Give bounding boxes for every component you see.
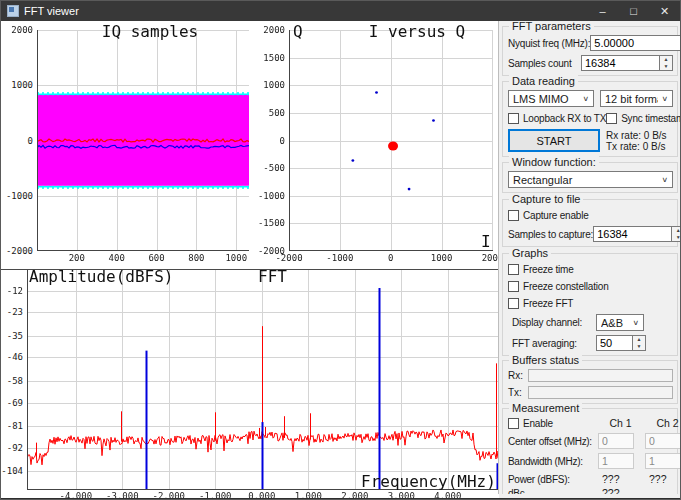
tick-label: -58: [1, 377, 23, 386]
samples-count-spinner[interactable]: ▲ ▼: [581, 55, 673, 71]
tick-label: -104: [1, 467, 23, 476]
bandwidth-ch1-input[interactable]: [598, 453, 634, 469]
tick-label: -81: [1, 422, 23, 431]
ch1-header: Ch 1: [598, 417, 643, 429]
group-capture-to-file: Capture to file Capture enable Samples t…: [502, 199, 678, 247]
spin-down-icon[interactable]: ▼: [633, 343, 645, 350]
samples-count-input[interactable]: [581, 55, 659, 71]
measurement-enable-checkbox-wrap[interactable]: Enable: [508, 418, 596, 429]
spin-up-icon[interactable]: ▲: [633, 336, 645, 343]
tick-label: 400: [97, 254, 137, 263]
maximize-button[interactable]: □: [618, 1, 649, 21]
tick-label: 0: [371, 254, 411, 263]
freeze-fft-checkbox[interactable]: [508, 298, 519, 309]
loopback-checkbox-wrap[interactable]: Loopback RX to TX: [508, 113, 606, 124]
spin-up-icon[interactable]: ▲: [660, 56, 672, 63]
fft-title: FFT: [258, 267, 287, 286]
group-data-reading: Data reading LMS MIMO ∨ 12 bit format ∨ …: [502, 81, 678, 157]
tick-label: 0: [3, 137, 33, 146]
chevron-down-icon: ∨: [661, 95, 668, 103]
loopback-label: Loopback RX to TX: [523, 113, 606, 124]
fft-averaging-label: FFT averaging:: [512, 338, 596, 349]
power-ch1-value: ???: [598, 473, 643, 485]
samples-to-capture-input[interactable]: [593, 226, 671, 242]
tick-label: -12: [1, 287, 23, 296]
close-button[interactable]: ✕: [649, 1, 680, 21]
spin-down-icon[interactable]: ▼: [660, 63, 672, 70]
i-versus-q-plot[interactable]: [289, 30, 493, 251]
fft-averaging-spinner[interactable]: ▲ ▼: [596, 335, 646, 351]
tick-label: 1000: [3, 81, 33, 90]
group-title-window-function: Window function:: [509, 156, 599, 168]
fft-plot[interactable]: [27, 269, 498, 490]
display-channel-value: A&B: [601, 317, 629, 329]
rx-buffer-label: Rx:: [508, 370, 528, 381]
freeze-fft-label: Freeze FFT: [523, 298, 573, 309]
group-title-measurement: Measurement: [509, 402, 582, 414]
chevron-down-icon: ∨: [632, 319, 639, 327]
rx-buffer-progressbar: [528, 369, 673, 382]
center-offset-ch1-input[interactable]: [598, 433, 634, 449]
loopback-checkbox[interactable]: [508, 113, 519, 124]
tick-label: -23: [1, 308, 23, 317]
tick-label: -2000: [269, 254, 309, 263]
app-icon: [7, 5, 19, 17]
group-measurement: Measurement Enable Ch 1 Ch 2 Center offs…: [502, 408, 678, 494]
device-combo-value: LMS MIMO: [513, 93, 579, 105]
tick-label: -1000: [253, 192, 285, 201]
display-channel-label: Display channel:: [512, 317, 596, 328]
samples-to-capture-label: Samples to capture:: [508, 229, 593, 240]
tick-label: -69: [1, 399, 23, 408]
display-channel-combo[interactable]: A&B ∨: [596, 314, 644, 331]
window-title: FFT viewer: [24, 5, 79, 17]
titlebar[interactable]: FFT viewer – □ ✕: [1, 1, 680, 21]
group-buffers-status: Buffers status Rx: Tx:: [502, 360, 678, 404]
i-versus-q-ylabel: Q: [293, 22, 303, 41]
group-window-function: Window function: Rectangular ∨: [502, 162, 678, 193]
tick-label: 1500: [253, 54, 285, 63]
device-combo[interactable]: LMS MIMO ∨: [508, 90, 594, 107]
capture-enable-label: Capture enable: [523, 210, 589, 221]
minimize-button[interactable]: –: [587, 1, 618, 21]
nyquist-freq-input[interactable]: [590, 35, 681, 51]
window-function-combo[interactable]: Rectangular ∨: [508, 171, 673, 188]
sync-timestamp-label: Sync timestamp: [621, 113, 681, 124]
freeze-time-label: Freeze time: [523, 264, 574, 275]
tick-label: 1000: [253, 81, 285, 90]
tick-label: 1000: [422, 254, 462, 263]
samples-to-capture-spinner[interactable]: ▲ ▼: [593, 226, 681, 242]
tick-label: -46: [1, 353, 23, 362]
chevron-down-icon: ∨: [582, 95, 589, 103]
tx-rate-text: Tx rate: 0 B/s: [606, 141, 667, 152]
freeze-time-checkbox-wrap[interactable]: Freeze time: [508, 264, 574, 275]
tick-label: -1000: [320, 254, 360, 263]
freeze-constellation-label: Freeze constellation: [523, 281, 609, 292]
iq-samples-plot[interactable]: [37, 30, 249, 251]
spin-down-icon[interactable]: ▼: [672, 234, 681, 241]
sync-timestamp-checkbox-wrap[interactable]: Sync timestamp: [606, 113, 681, 124]
rx-rate-text: Rx rate: 0 B/s: [606, 130, 667, 141]
tick-label: -35: [1, 332, 23, 341]
capture-enable-checkbox[interactable]: [508, 210, 519, 221]
group-graphs: Graphs Freeze time Freeze constellation …: [502, 253, 678, 356]
bandwidth-ch2-input[interactable]: [645, 453, 681, 469]
freeze-constellation-checkbox[interactable]: [508, 281, 519, 292]
sync-timestamp-checkbox[interactable]: [606, 113, 617, 124]
freeze-constellation-checkbox-wrap[interactable]: Freeze constellation: [508, 281, 609, 292]
spin-up-icon[interactable]: ▲: [672, 227, 681, 234]
freeze-time-checkbox[interactable]: [508, 264, 519, 275]
fft-viewer-window: FFT viewer – □ ✕ IQ samples I versus Q Q…: [0, 0, 681, 500]
capture-enable-checkbox-wrap[interactable]: Capture enable: [508, 210, 589, 221]
freeze-fft-checkbox-wrap[interactable]: Freeze FFT: [508, 298, 573, 309]
center-offset-ch2-input[interactable]: [645, 433, 681, 449]
tick-label: 600: [137, 254, 177, 263]
measurement-enable-checkbox[interactable]: [508, 418, 519, 429]
i-versus-q-xlabel: I: [481, 232, 491, 251]
tick-label: 2000: [253, 26, 285, 35]
tick-label: -92: [1, 444, 23, 453]
format-combo[interactable]: 12 bit format ∨: [600, 90, 673, 107]
tick-label: 800: [176, 254, 216, 263]
fft-averaging-input[interactable]: [596, 335, 632, 351]
start-button[interactable]: START: [508, 129, 600, 152]
tx-buffer-progressbar: [528, 386, 673, 399]
